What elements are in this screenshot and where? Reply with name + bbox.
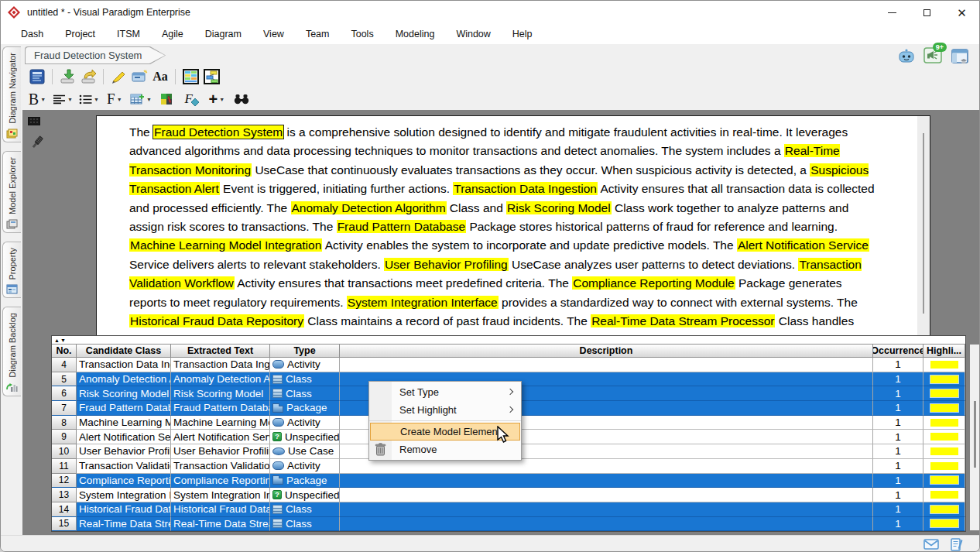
highlighted-term[interactable]: Historical Fraud Data Repository: [129, 314, 304, 327]
extracted-text-cell[interactable]: Anomaly Detection Algorithm: [171, 372, 270, 387]
highlight-cell[interactable]: [923, 502, 965, 517]
row-number-cell[interactable]: 7: [52, 401, 77, 416]
context-menu-item-set-highlight[interactable]: Set Highlight: [369, 401, 521, 419]
row-number-cell[interactable]: 10: [52, 444, 77, 459]
insert-table-button[interactable]: ▼: [130, 90, 152, 108]
column-header-type[interactable]: Type: [270, 345, 340, 358]
highlighted-term[interactable]: Compliance Reporting Module: [572, 276, 735, 290]
table-row[interactable]: 11Transaction Validation WorkflowTransac…: [52, 459, 965, 474]
sort-desc-icon[interactable]: ▼: [60, 338, 67, 343]
new-window-button[interactable]: [130, 67, 149, 86]
highlighter-button[interactable]: [109, 67, 128, 86]
occurrence-cell[interactable]: 1: [873, 430, 923, 444]
highlight-cell[interactable]: [923, 358, 965, 372]
text-analysis-document[interactable]: The Fraud Detection System is a comprehe…: [96, 115, 930, 336]
highlighted-term[interactable]: Risk Scoring Model: [506, 201, 612, 214]
sidebar-tab-diagram-backlog[interactable]: Diagram Backlog: [2, 307, 21, 396]
extracted-text-cell[interactable]: User Behavior Profiling: [171, 444, 270, 459]
assistant-robot-icon[interactable]: [897, 48, 916, 65]
message-envelope-icon[interactable]: [923, 539, 939, 550]
column-header-candidateclass[interactable]: Candidate Class: [77, 345, 171, 358]
search-binoculars-button[interactable]: [232, 90, 251, 108]
extracted-text-cell[interactable]: Fraud Pattern Database: [171, 401, 270, 416]
highlighted-term[interactable]: Fraud Detection System: [153, 125, 283, 139]
highlight-cell[interactable]: [923, 386, 965, 401]
extracted-text-cell[interactable]: Transaction Data Ingestion: [171, 358, 270, 372]
table-scrollbar-thumb[interactable]: [974, 401, 976, 468]
extracted-text-cell[interactable]: Machine Learning Model Integration: [171, 416, 270, 430]
menu-item-window[interactable]: Window: [445, 26, 501, 43]
occurrence-cell[interactable]: 1: [873, 502, 923, 517]
occurrence-cell[interactable]: 1: [873, 459, 923, 474]
highlighted-term[interactable]: Anomaly Detection Algorithm: [291, 201, 447, 214]
format-copy-button[interactable]: F: [183, 90, 201, 108]
candidate-class-cell[interactable]: User Behavior Profiling: [77, 444, 171, 459]
description-cell[interactable]: [340, 474, 873, 489]
candidate-class-cell[interactable]: Transaction Validation Workflow: [77, 459, 171, 474]
row-number-cell[interactable]: 11: [52, 459, 77, 474]
highlighted-term[interactable]: Fraud Pattern Database: [337, 220, 466, 233]
export-button[interactable]: [79, 67, 98, 86]
type-cell[interactable]: ?Unspecified: [270, 430, 340, 444]
row-number-cell[interactable]: 12: [52, 474, 77, 489]
candidate-class-cell[interactable]: Compliance Reporting Module: [77, 474, 171, 489]
menu-item-agile[interactable]: Agile: [151, 26, 194, 43]
candidate-class-cell[interactable]: System Integration Interface: [77, 488, 171, 502]
occurrence-cell[interactable]: 1: [873, 474, 923, 489]
tab-fraud-detection-system[interactable]: Fraud Detection System: [25, 46, 166, 64]
candidate-class-cell[interactable]: Anomaly Detection Algorithm: [77, 372, 171, 387]
type-cell[interactable]: Class: [270, 502, 340, 517]
sidebar-tab-property[interactable]: Property: [2, 242, 21, 299]
highlighted-term[interactable]: System Integration Interface: [347, 296, 499, 309]
table-sort-controls[interactable]: ▲▼: [52, 336, 965, 345]
highlight-cell[interactable]: [923, 430, 965, 444]
occurrence-cell[interactable]: 1: [873, 517, 923, 532]
highlighted-term[interactable]: Alert Notification Service: [737, 238, 869, 252]
column-header-extractedtext[interactable]: Extracted Text: [171, 345, 270, 358]
column-header-no[interactable]: No.: [52, 345, 77, 358]
font-button[interactable]: F▼: [105, 90, 124, 108]
occurrence-cell[interactable]: 1: [873, 488, 923, 502]
extracted-text-cell[interactable]: Compliance Reporting Module: [171, 474, 270, 489]
menu-item-view[interactable]: View: [252, 26, 295, 43]
extracted-text-cell[interactable]: Alert Notification Service: [171, 430, 270, 444]
type-cell[interactable]: Activity: [270, 358, 340, 372]
table-row[interactable]: 15Real-Time Data Stream ProcessorReal-Ti…: [52, 517, 965, 532]
candidate-class-cell[interactable]: Real-Time Data Stream Processor: [77, 517, 171, 532]
context-menu-item-set-type[interactable]: Set Type: [369, 383, 521, 401]
highlight-cell[interactable]: [923, 517, 965, 532]
menu-item-modeling[interactable]: Modeling: [385, 26, 446, 43]
extracted-text-cell[interactable]: Transaction Validation Workflow: [171, 459, 270, 474]
bold-button[interactable]: B▼: [28, 90, 46, 108]
type-cell[interactable]: Package: [270, 401, 340, 416]
candidate-class-cell[interactable]: Machine Learning Model Integration: [77, 416, 171, 430]
row-number-cell[interactable]: 4: [52, 358, 77, 372]
occurrence-cell[interactable]: 1: [873, 444, 923, 459]
align-button[interactable]: ▼: [53, 90, 73, 108]
description-cell[interactable]: [340, 517, 873, 532]
menu-item-help[interactable]: Help: [502, 26, 543, 43]
candidate-class-cell[interactable]: Alert Notification Service: [77, 430, 171, 444]
highlight-cell[interactable]: [923, 488, 965, 502]
grid-tool-icon[interactable]: [28, 117, 40, 125]
highlighted-term[interactable]: Real-Time Data Stream Processor: [591, 314, 775, 327]
notifications-megaphone-icon[interactable]: 9+: [923, 46, 944, 67]
menu-item-team[interactable]: Team: [295, 26, 341, 43]
layout-panels-icon[interactable]: [951, 49, 970, 65]
type-cell[interactable]: Activity: [270, 459, 340, 474]
occurrence-cell[interactable]: 1: [873, 401, 923, 416]
highlighted-term[interactable]: Transaction Data Ingestion: [453, 182, 598, 195]
highlight-cell[interactable]: [923, 459, 965, 474]
candidate-class-cell[interactable]: Fraud Pattern Database: [77, 401, 171, 416]
highlight-cell[interactable]: [923, 474, 965, 489]
type-cell[interactable]: Use Case: [270, 444, 340, 459]
description-cell[interactable]: [340, 502, 873, 517]
highlight-cell[interactable]: [923, 401, 965, 416]
type-cell[interactable]: Package: [270, 474, 340, 489]
sidebar-tab-diagram-navigator[interactable]: Diagram Navigator: [2, 46, 21, 142]
occurrence-cell[interactable]: 1: [873, 416, 923, 430]
highlighted-term[interactable]: Machine Learning Model Integration: [129, 238, 322, 252]
table-scrollbar[interactable]: [970, 345, 979, 530]
row-number-cell[interactable]: 8: [52, 416, 77, 430]
candidate-class-cell[interactable]: Risk Scoring Model: [77, 386, 171, 401]
